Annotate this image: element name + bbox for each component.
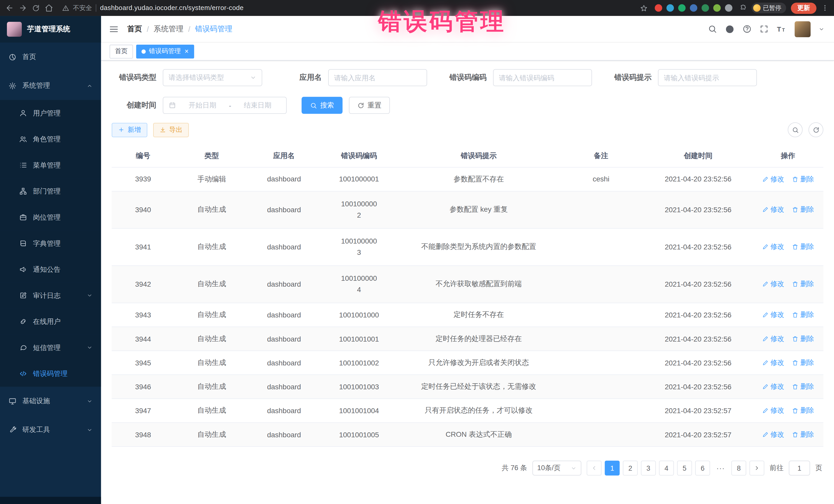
sidebar-item-4[interactable]: 角色管理 — [0, 126, 101, 152]
edit-row-button[interactable]: 修改 — [762, 310, 784, 320]
page-size-select[interactable]: 10条/页 — [532, 461, 581, 476]
sidebar-item-1[interactable]: 首页 — [0, 43, 101, 71]
goto-page-input[interactable] — [789, 461, 810, 476]
delete-row-button[interactable]: 删除 — [792, 174, 814, 184]
collapse-sidebar-icon[interactable] — [109, 24, 118, 34]
page-button[interactable]: 1 — [605, 461, 620, 476]
page-button[interactable]: 6 — [695, 461, 710, 476]
extensions-puzzle-icon[interactable] — [739, 4, 746, 12]
breadcrumb-home[interactable]: 首页 — [127, 24, 142, 34]
prev-page-button[interactable] — [587, 461, 601, 476]
extension-icon[interactable] — [701, 4, 709, 12]
error-code-input[interactable] — [499, 74, 586, 82]
sidebar-item-9[interactable]: 通知公告 — [0, 256, 101, 283]
edit-row-button[interactable]: 修改 — [762, 242, 784, 252]
sidebar-item-15[interactable]: 研发工具 — [0, 415, 101, 444]
extension-icon[interactable] — [689, 4, 697, 12]
sidebar-item-3[interactable]: 用户管理 — [0, 100, 101, 126]
date-range-picker[interactable]: 开始日期 - 结束日期 — [163, 97, 287, 114]
delete-row-button[interactable]: 删除 — [792, 242, 814, 252]
tab-close-icon[interactable]: × — [184, 48, 189, 55]
sidebar-item-8[interactable]: 字典管理 — [0, 230, 101, 256]
delete-row-button[interactable]: 删除 — [792, 358, 814, 368]
sidebar-item-5[interactable]: 菜单管理 — [0, 152, 101, 178]
fullscreen-icon[interactable] — [760, 24, 769, 34]
tab-2[interactable]: 错误码管理× — [136, 44, 194, 58]
table-row: 3942自动生成dashboard1001000004不允许获取敏感配置到前端2… — [112, 266, 823, 303]
pager-ellipsis[interactable]: ··· — [713, 461, 728, 476]
extension-icon[interactable] — [666, 4, 674, 12]
edit-row-button[interactable]: 修改 — [762, 174, 784, 184]
cell-created: 2021-04-20 23:52:57 — [643, 399, 753, 423]
error-hint-input[interactable] — [664, 74, 751, 82]
user-menu-caret-icon[interactable] — [819, 26, 825, 32]
tab-1[interactable]: 首页 — [110, 44, 133, 58]
paused-badge[interactable]: 已暂停 — [751, 3, 786, 13]
delete-row-button[interactable]: 删除 — [792, 430, 814, 439]
edit-row-button[interactable]: 修改 — [762, 280, 784, 289]
cell-id: 3945 — [112, 351, 175, 375]
sidebar-item-13[interactable]: 错误码管理 — [0, 360, 101, 387]
browser-home-icon[interactable] — [45, 4, 53, 12]
reset-button[interactable]: 重置 — [349, 97, 390, 114]
sidebar-item-6[interactable]: 部门管理 — [0, 178, 101, 204]
bookmark-star-icon[interactable] — [639, 4, 648, 12]
filter-hint: 错误码提示 — [607, 69, 757, 86]
page-button[interactable]: 3 — [641, 461, 656, 476]
github-icon[interactable] — [725, 24, 734, 34]
extension-icon[interactable] — [725, 4, 732, 12]
browser-back-icon[interactable] — [5, 4, 14, 12]
delete-row-button[interactable]: 删除 — [792, 310, 814, 320]
edit-row-button[interactable]: 修改 — [762, 358, 784, 368]
extension-icon[interactable] — [678, 4, 685, 12]
tab-active-dot-icon — [141, 49, 146, 53]
add-button[interactable]: 新增 — [112, 123, 147, 137]
delete-row-button[interactable]: 删除 — [792, 334, 814, 344]
sidebar-item-14[interactable]: 基础设施 — [0, 387, 101, 415]
app-logo[interactable]: 芋道管理系统 — [0, 16, 101, 43]
browser-forward-icon[interactable] — [19, 4, 27, 12]
sidebar-item-12[interactable]: 短信管理 — [0, 335, 101, 361]
edit-label: 修改 — [770, 242, 784, 252]
browser-update-button[interactable]: 更新 — [791, 2, 816, 14]
edit-icon — [762, 336, 768, 342]
cell-hint: 定时任务已经处于该状态，无需修改 — [399, 375, 559, 398]
delete-row-button[interactable]: 删除 — [792, 205, 814, 214]
search-button[interactable]: 搜索 — [302, 97, 343, 114]
edit-row-button[interactable]: 修改 — [762, 406, 784, 415]
delete-row-button[interactable]: 删除 — [792, 382, 814, 391]
app-name-input[interactable] — [334, 74, 421, 82]
help-icon[interactable] — [742, 24, 751, 34]
page-button[interactable]: 8 — [731, 461, 746, 476]
sidebar-item-2[interactable]: 系统管理 — [0, 71, 101, 100]
user-avatar[interactable] — [795, 21, 811, 37]
sidebar-item-7[interactable]: 岗位管理 — [0, 204, 101, 231]
error-code-type-select[interactable]: 请选择错误码类型 — [163, 69, 262, 86]
browser-reload-icon[interactable] — [32, 4, 40, 12]
breadcrumb-system[interactable]: 系统管理 — [154, 24, 183, 34]
header-search-icon[interactable] — [708, 24, 717, 34]
extension-icon[interactable] — [654, 4, 662, 12]
font-size-icon[interactable]: TT — [776, 24, 787, 34]
edit-row-button[interactable]: 修改 — [762, 334, 784, 344]
page-button[interactable]: 4 — [659, 461, 674, 476]
export-button[interactable]: 导出 — [153, 123, 189, 137]
page-button[interactable]: 5 — [677, 461, 692, 476]
toggle-search-button[interactable] — [788, 123, 803, 137]
edit-row-button[interactable]: 修改 — [762, 382, 784, 391]
next-page-button[interactable] — [749, 461, 764, 476]
sidebar-item-10[interactable]: 审计日志 — [0, 283, 101, 309]
cell-id: 3946 — [112, 375, 175, 398]
table-row: 3943自动生成dashboard1001001000定时任务不存在2021-0… — [112, 303, 823, 327]
edit-label: 修改 — [770, 358, 784, 368]
sidebar-item-11[interactable]: 在线用户 — [0, 308, 101, 335]
delete-row-button[interactable]: 删除 — [792, 406, 814, 415]
edit-row-button[interactable]: 修改 — [762, 430, 784, 439]
delete-row-button[interactable]: 删除 — [792, 280, 814, 289]
page-button[interactable]: 2 — [623, 461, 638, 476]
browser-menu-icon[interactable] — [821, 4, 829, 12]
extension-icon[interactable] — [713, 4, 720, 12]
edit-row-button[interactable]: 修改 — [762, 205, 784, 214]
refresh-table-button[interactable] — [809, 123, 824, 137]
address-bar[interactable]: 不安全 dashboard.yudao.iocoder.cn/system/er… — [62, 3, 635, 12]
